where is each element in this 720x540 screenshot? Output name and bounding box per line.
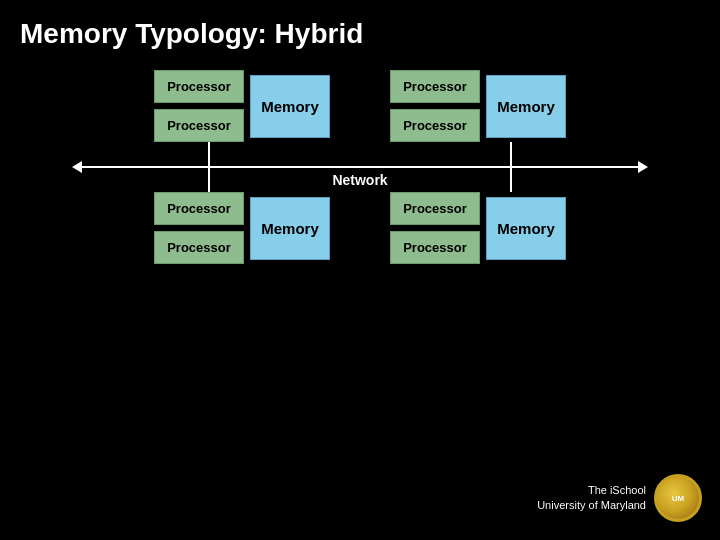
bottom-left-processor-1: Processor (154, 192, 244, 225)
bottom-row: Processor Processor Memory Processor Pro… (80, 192, 640, 264)
bottom-left-memory: Memory (250, 197, 330, 260)
page-title: Memory Typology: Hybrid (0, 0, 720, 60)
footer-line1: The iSchool (537, 483, 646, 498)
top-right-node: Processor Processor Memory (390, 70, 566, 142)
bottom-right-memory: Memory (486, 197, 566, 260)
bottom-left-processor-2: Processor (154, 231, 244, 264)
top-left-processor-2: Processor (154, 109, 244, 142)
top-right-processor-1: Processor (390, 70, 480, 103)
footer: The iSchool University of Maryland UM (537, 474, 702, 522)
top-left-node: Processor Processor Memory (154, 70, 330, 142)
network-separator: Network (80, 142, 640, 192)
bottom-right-processor-2: Processor (390, 231, 480, 264)
bottom-right-node: Processor Processor Memory (390, 192, 566, 264)
top-left-processor-1: Processor (154, 70, 244, 103)
top-right-memory: Memory (486, 75, 566, 138)
logo-inner: UM (672, 494, 684, 503)
top-left-memory: Memory (250, 75, 330, 138)
bottom-right-processor-1: Processor (390, 192, 480, 225)
network-hline: Network (80, 166, 640, 168)
footer-line2: University of Maryland (537, 498, 646, 513)
university-logo: UM (654, 474, 702, 522)
network-label: Network (332, 172, 387, 188)
top-right-processor-2: Processor (390, 109, 480, 142)
bottom-left-node: Processor Processor Memory (154, 192, 330, 264)
